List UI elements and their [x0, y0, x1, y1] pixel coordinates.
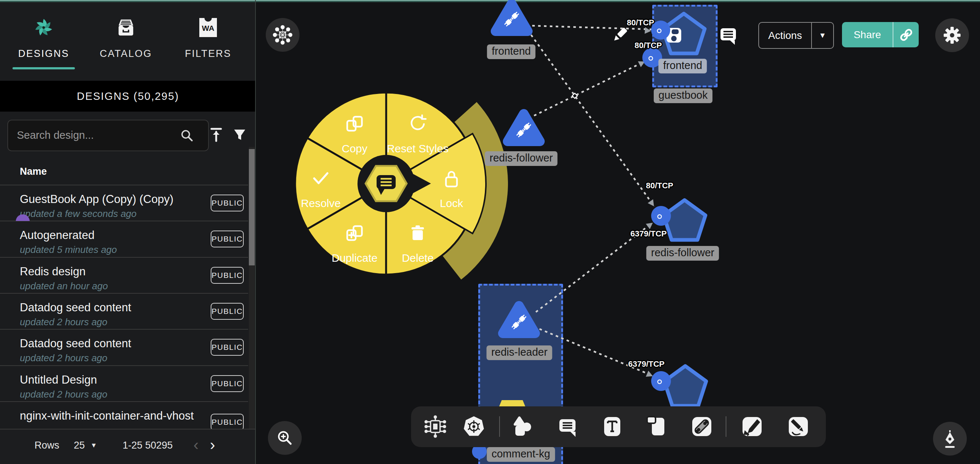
- sidebar-canvas-divider: [255, 0, 256, 464]
- port-circles: [642, 21, 671, 391]
- node-redis-leader-service[interactable]: [503, 306, 535, 333]
- edge-label-6379tcp-2: 6379/TCP: [628, 359, 664, 369]
- edge-label-80tcp-3: 80/TCP: [646, 181, 673, 191]
- actions-dropdown-caret[interactable]: ▼: [812, 31, 833, 40]
- node-frontend-service[interactable]: [495, 4, 528, 31]
- edge-pen-tool-icon[interactable]: [740, 415, 764, 438]
- rows-per-page-label: Rows: [35, 440, 59, 451]
- pen-tool-button[interactable]: [933, 422, 967, 456]
- share-button[interactable]: Share: [842, 22, 919, 47]
- cluster-graph-icon: [272, 25, 293, 45]
- node-label-redis-follower-deployment: redis-follower: [646, 246, 719, 261]
- copy-link-icon[interactable]: [898, 27, 914, 43]
- edge-arrowhead: [644, 27, 651, 34]
- radial-label-delete: Delete: [402, 252, 434, 264]
- toolbar-divider: [499, 416, 500, 437]
- comment-node-top[interactable]: [499, 400, 525, 407]
- edge-label-6379tcp-1: 6379/TCP: [630, 229, 667, 239]
- delete-icon: [412, 225, 424, 240]
- rows-per-page-select[interactable]: 25 ▼: [74, 440, 94, 451]
- node-label-frontend-deployment: frontend: [659, 59, 707, 73]
- zoom-in-icon: [275, 428, 295, 448]
- cluster-layout-button[interactable]: [266, 18, 299, 52]
- actions-button[interactable]: Actions ▼: [758, 22, 834, 49]
- pen-nib-icon: [940, 429, 960, 448]
- radial-label-reset-styles: Reset Styles: [387, 142, 449, 155]
- share-label: Share: [842, 29, 892, 41]
- node-label-comment-kg: comment-kg: [487, 447, 555, 462]
- radial-label-resolve: Resolve: [301, 197, 340, 209]
- radial-label-duplicate: Duplicate: [331, 252, 377, 264]
- note-tool-icon[interactable]: [645, 415, 669, 438]
- pagination-bar: Rows 25 ▼ 1-25 50295 ‹ ›: [0, 429, 255, 464]
- zoom-in-button[interactable]: [268, 421, 302, 455]
- node-redis-follower-service[interactable]: [508, 114, 540, 141]
- shapes-tool-icon[interactable]: [511, 415, 535, 438]
- kubernetes-tool-icon[interactable]: [462, 415, 485, 438]
- node-label-frontend-service: frontend: [487, 45, 536, 59]
- radial-label-copy: Copy: [342, 142, 368, 155]
- edge-label-80tcp-2: 80/TCP: [635, 41, 662, 50]
- gear-icon: [942, 25, 963, 46]
- owner-avatar: [16, 214, 30, 221]
- node-bottom-deployment[interactable]: [664, 366, 706, 406]
- pagination-range: 1-25 50295: [123, 440, 173, 451]
- radial-label-lock: Lock: [440, 197, 463, 209]
- comment-tool-icon[interactable]: [556, 415, 579, 438]
- edge-arrowhead: [648, 199, 657, 208]
- node-label-redis-leader-service: redis-leader: [486, 345, 552, 360]
- components-tool-icon[interactable]: [423, 415, 447, 438]
- freehand-pencil-tool-icon[interactable]: [787, 415, 810, 438]
- node-label-redis-follower-service: redis-follower: [485, 151, 558, 166]
- canvas-toolbar: [411, 407, 826, 447]
- text-tool-icon[interactable]: [600, 415, 624, 438]
- toolbar-divider: [725, 416, 726, 437]
- radial-context-menu: Copy Reset Styles Resolve Lock Duplicate…: [295, 92, 508, 280]
- next-page-icon[interactable]: ›: [210, 436, 215, 454]
- link-tool-icon[interactable]: [690, 415, 714, 438]
- comment-indicator-icon[interactable]: [720, 27, 737, 45]
- group-label-guestbook: guestbook: [654, 88, 713, 103]
- meshery-design-app: DESIGNS CATALOG WA FILTERS: [0, 0, 980, 464]
- edge-frontend-to-redisfollower-port[interactable]: [531, 35, 654, 207]
- settings-button[interactable]: [935, 18, 969, 52]
- edit-pencil-cursor-icon: [611, 26, 629, 44]
- edge-label-80tcp-1: 80/TCP: [627, 18, 654, 27]
- rows-per-page-value: 25: [74, 440, 85, 451]
- select-caret-icon: ▼: [91, 442, 97, 449]
- actions-label: Actions: [759, 30, 811, 41]
- edge-redisfollower-to-guestbook-port2[interactable]: [534, 62, 643, 116]
- prev-page-icon[interactable]: ‹: [193, 436, 199, 454]
